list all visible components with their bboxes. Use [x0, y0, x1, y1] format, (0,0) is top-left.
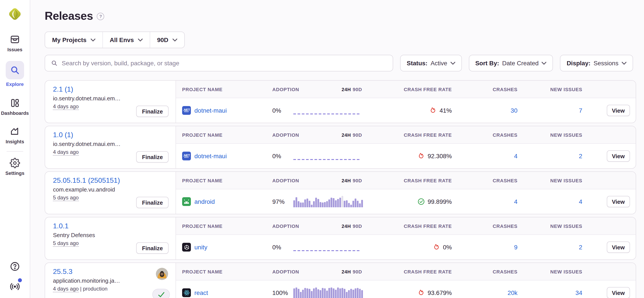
sidebar-item-label: Insights — [6, 139, 24, 144]
view-button[interactable]: View — [606, 196, 630, 207]
range-90d-toggle[interactable]: 90D — [353, 269, 362, 274]
crashes-link[interactable]: 30 — [511, 107, 518, 114]
crashes-link[interactable]: 20k — [508, 289, 518, 296]
search-input[interactable] — [62, 60, 387, 67]
finalized-check-pill[interactable] — [152, 289, 170, 298]
release-created-ago[interactable]: 5 days ago — [53, 195, 78, 201]
release-meta-panel: 1.0.1 Sentry Defenses 5 days ago Finaliz… — [45, 217, 176, 259]
new-issues-cell: 7 — [518, 107, 582, 114]
finalize-button[interactable]: Finalize — [136, 106, 168, 117]
release-list: 2.1 (1) io.sentry.dotnet.maui.em… 4 days… — [45, 80, 644, 298]
column-crashes: CRASHES — [452, 223, 518, 228]
sentry-logo-icon[interactable] — [6, 6, 23, 22]
range-24h-toggle[interactable]: 24H — [342, 223, 351, 228]
project-link[interactable]: unity — [194, 244, 207, 251]
environment-filter-dropdown[interactable]: All Envs — [102, 32, 150, 48]
finalize-button[interactable]: Finalize — [136, 197, 168, 208]
actions-cell: View — [582, 105, 636, 116]
whats-new-button[interactable] — [10, 281, 20, 292]
unity-icon — [182, 243, 191, 251]
adoption-chart[interactable] — [293, 241, 361, 253]
adoption-cell: 0% — [268, 105, 362, 116]
crash-free-value: 99.899% — [428, 198, 452, 205]
release-version-link[interactable]: 2.1 (1) — [53, 86, 73, 93]
crashes-cell: 4 — [452, 152, 518, 160]
display-dropdown[interactable]: Display: Sessions — [560, 55, 633, 71]
crash-free-value: 41% — [440, 107, 452, 114]
range-90d-toggle[interactable]: 90D — [353, 132, 362, 137]
view-button[interactable]: View — [606, 287, 630, 298]
view-button[interactable]: View — [606, 105, 630, 116]
crashes-link[interactable]: 9 — [514, 244, 518, 251]
column-chart-range: 24H90D — [342, 223, 362, 228]
releases-help-icon[interactable]: ? — [97, 13, 104, 20]
sidebar-item-insights[interactable]: Insights — [6, 126, 24, 144]
crashes-link[interactable]: 4 — [514, 153, 518, 160]
flame-icon — [433, 244, 440, 251]
range-24h-toggle[interactable]: 24H — [342, 178, 351, 183]
new-issues-link[interactable]: 7 — [579, 107, 582, 114]
help-button[interactable] — [10, 261, 20, 272]
release-meta-line: 4 days ago | production — [53, 286, 168, 292]
project-link[interactable]: react — [194, 289, 208, 296]
column-adoption-label: ADOPTION — [272, 178, 299, 183]
view-button[interactable]: View — [606, 150, 630, 162]
release-version-link[interactable]: 25.05.15.1 (2505151) — [53, 177, 120, 184]
finalize-button[interactable]: Finalize — [136, 242, 168, 254]
adoption-chart[interactable] — [293, 196, 362, 207]
crashes-link[interactable]: 4 — [514, 198, 518, 205]
sidebar-item-settings[interactable]: Settings — [6, 158, 24, 176]
new-issues-cell: 2 — [518, 152, 582, 160]
range-24h-toggle[interactable]: 24H — [342, 132, 351, 137]
column-crash-free-rate: CRASH FREE RATE — [362, 132, 452, 137]
new-issues-link[interactable]: 2 — [579, 244, 582, 251]
sort-by-dropdown[interactable]: Sort By: Date Created — [469, 55, 553, 71]
adoption-chart[interactable] — [293, 150, 361, 162]
release-created-ago[interactable]: 4 days ago — [53, 149, 78, 156]
crash-free-cell: 0% — [362, 244, 452, 251]
finalize-button[interactable]: Finalize — [136, 151, 168, 163]
range-24h-toggle[interactable]: 24H — [342, 269, 351, 274]
actions-cell: View — [582, 150, 636, 162]
status-dropdown[interactable]: Status: Active — [400, 55, 462, 71]
project-link[interactable]: dotnet-maui — [194, 107, 227, 114]
adoption-chart[interactable] — [293, 105, 361, 116]
chevron-down-icon — [542, 62, 546, 65]
column-adoption: ADOPTION 24H90D — [268, 87, 362, 92]
column-chart-range: 24H90D — [342, 87, 362, 92]
release-version-link[interactable]: 25.5.3 — [53, 268, 72, 276]
crash-free-cell: 99.899% — [362, 198, 452, 205]
project-filter-dropdown[interactable]: My Projects — [45, 32, 102, 48]
column-crashes: CRASHES — [452, 132, 518, 137]
new-issues-link[interactable]: 4 — [579, 198, 582, 205]
column-new-issues: NEW ISSUES — [518, 87, 582, 92]
sidebar-item-issues[interactable]: Issues — [8, 34, 22, 52]
range-90d-toggle[interactable]: 90D — [353, 87, 362, 92]
new-issues-link[interactable]: 2 — [579, 153, 582, 160]
release-created-ago[interactable]: 5 days ago — [53, 240, 78, 247]
view-button[interactable]: View — [606, 241, 630, 253]
release-version-link[interactable]: 1.0.1 — [53, 222, 68, 230]
release-meta-panel: 2.1 (1) io.sentry.dotnet.maui.em… 4 days… — [45, 81, 176, 123]
project-link[interactable]: dotnet-maui — [194, 153, 227, 160]
release-version-link[interactable]: 1.0 (1) — [53, 131, 73, 139]
project-link[interactable]: android — [194, 198, 215, 205]
release-created-ago[interactable]: 4 days ago — [53, 103, 78, 110]
crash-free-cell: 92.308% — [362, 153, 452, 160]
range-90d-toggle[interactable]: 90D — [353, 178, 362, 183]
table-row: .NETMAUI dotnet-maui 0% — [176, 98, 636, 123]
release-created-ago[interactable]: 4 days ago — [53, 286, 78, 292]
release-package-name: Sentry Defenses — [53, 232, 168, 238]
date-range-filter-dropdown[interactable]: 90D — [150, 32, 184, 48]
adoption-percent: 100% — [272, 289, 293, 296]
project-cell: react — [176, 288, 268, 297]
adoption-chart[interactable] — [293, 287, 362, 298]
column-crash-free-rate: CRASH FREE RATE — [362, 269, 452, 274]
range-90d-toggle[interactable]: 90D — [353, 223, 362, 228]
chevron-down-icon — [450, 62, 455, 65]
range-24h-toggle[interactable]: 24H — [342, 87, 351, 92]
new-issues-link[interactable]: 34 — [576, 289, 582, 296]
sidebar-item-dashboards[interactable]: Dashboards — [1, 98, 29, 116]
sidebar-item-explore[interactable]: Explore — [6, 61, 24, 87]
release-author-avatar[interactable] — [156, 268, 168, 280]
